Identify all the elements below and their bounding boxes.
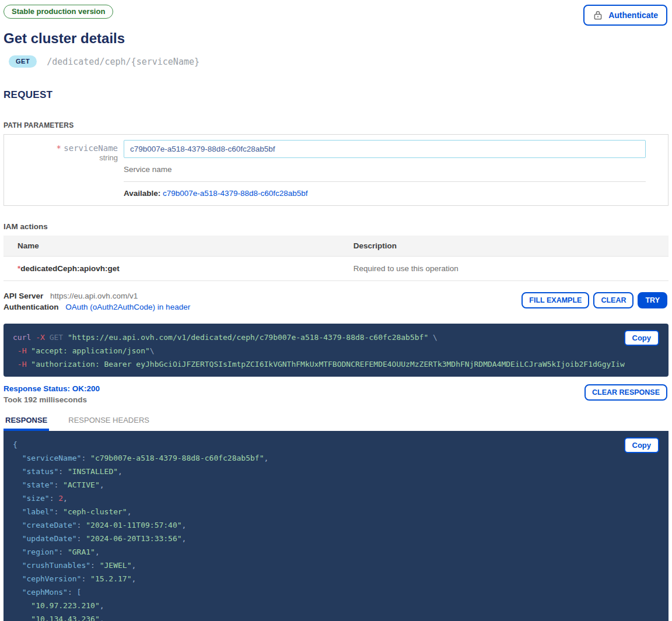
copy-response-button[interactable]: Copy [624, 437, 660, 453]
response-tabs: RESPONSE RESPONSE HEADERS [4, 416, 668, 431]
fill-example-button[interactable]: FILL EXAMPLE [522, 292, 589, 308]
service-name-input[interactable] [124, 140, 646, 158]
api-console-page: Stable production version Authenticate G… [0, 0, 672, 621]
version-badge: Stable production version [4, 5, 113, 19]
param-row: * serviceName string Service name Availa… [4, 137, 668, 198]
code-line: -H "accept: application/json"\ [13, 344, 659, 357]
code-line: "region": "GRA1", [13, 545, 659, 559]
code-line: "cephMons": [ [13, 585, 659, 599]
response-meta: Response Status: OK:200 Took 192 millise… [4, 384, 668, 404]
clear-button[interactable]: CLEAR [593, 292, 634, 308]
available-label: Available: [124, 189, 160, 198]
action-buttons: FILL EXAMPLE CLEAR TRY [522, 292, 667, 308]
tab-response[interactable]: RESPONSE [4, 416, 49, 431]
code-line: "state": "ACTIVE", [13, 478, 659, 492]
required-marker: * [56, 143, 61, 153]
copy-curl-button[interactable]: Copy [624, 330, 660, 346]
response-json: { "serviceName": "c79b007e-a518-4379-88d… [13, 438, 659, 621]
code-line: "cephVersion": "15.2.17", [13, 572, 659, 585]
code-line: "updateDate": "2024-06-20T13:33:56", [13, 532, 659, 545]
iam-col-description: Description [340, 236, 668, 257]
curl-code-block: curl -X GET "https://eu.api.ovh.com/v1/d… [4, 324, 668, 377]
code-line: "label": "ceph-cluster", [13, 505, 659, 518]
lock-icon [593, 10, 603, 20]
authenticate-button[interactable]: Authenticate [583, 5, 667, 26]
code-line: { [13, 438, 659, 451]
authentication-label: Authentication [4, 303, 59, 311]
page-title: Get cluster details [4, 30, 668, 47]
param-available: Available: c79b007e-a518-4379-88d8-c60fc… [124, 182, 668, 198]
curl-code: curl -X GET "https://eu.api.ovh.com/v1/d… [13, 331, 659, 371]
response-took: Took 192 milliseconds [4, 395, 668, 404]
available-value-link[interactable]: c79b007e-a518-4379-88d8-c60fc28ab5bf [163, 189, 307, 198]
api-server-value: https://eu.api.ovh.com/v1 [50, 292, 138, 300]
code-line: "10.134.43.236", [13, 612, 659, 621]
response-code-block: { "serviceName": "c79b007e-a518-4379-88d… [4, 431, 668, 621]
code-line: "crushTunables": "JEWEL", [13, 559, 659, 572]
tab-response-headers[interactable]: RESPONSE HEADERS [66, 416, 151, 431]
code-line: "serviceName": "c79b007e-a518-4379-88d8-… [13, 451, 659, 465]
table-row: *dedicatedCeph:apiovh:get Required to us… [4, 257, 668, 281]
path-parameters-box: * serviceName string Service name Availa… [4, 134, 668, 206]
code-line: "createDate": "2024-01-11T09:57:40", [13, 518, 659, 532]
method-badge: GET [9, 55, 37, 68]
authentication-link[interactable]: OAuth (oAuth2AuthCode) in header [65, 303, 190, 311]
iam-action-name: *dedicatedCeph:apiovh:get [4, 257, 340, 281]
iam-header-row: Name Description [4, 236, 668, 257]
iam-col-name: Name [4, 236, 340, 257]
endpoint-row: GET /dedicated/ceph/{serviceName} [9, 55, 668, 68]
code-line: "status": "INSTALLED", [13, 465, 659, 478]
server-auth-block: API Server https://eu.api.ovh.com/v1 Aut… [4, 291, 668, 312]
api-server-label: API Server [4, 292, 43, 300]
param-description: Service name [124, 158, 646, 182]
iam-actions-title: IAM actions [4, 222, 668, 231]
iam-action-description: Required to use this operation [340, 257, 668, 281]
try-button[interactable]: TRY [638, 292, 667, 308]
path-parameters-title: PATH PARAMETERS [4, 121, 668, 129]
code-line: curl -X GET "https://eu.api.ovh.com/v1/d… [13, 331, 659, 344]
param-name: serviceName [64, 143, 118, 153]
code-line: "10.97.223.210", [13, 599, 659, 612]
param-type: string [4, 153, 118, 162]
param-value-cell: Service name Available: c79b007e-a518-43… [124, 137, 668, 198]
response-status: Response Status: OK:200 [4, 384, 668, 393]
clear-response-button[interactable]: CLEAR RESPONSE [584, 384, 667, 401]
endpoint-path: /dedicated/ceph/{serviceName} [47, 57, 200, 67]
iam-actions-table: Name Description *dedicatedCeph:apiovh:g… [4, 236, 668, 281]
authenticate-label: Authenticate [608, 10, 658, 20]
param-label-cell: * serviceName string [4, 137, 124, 198]
code-line: -H "authorization: Bearer eyJhbGciOiJFZE… [13, 357, 659, 371]
top-bar: Stable production version Authenticate [4, 5, 668, 27]
request-section-title: REQUEST [4, 89, 668, 101]
code-line: "size": 2, [13, 492, 659, 505]
